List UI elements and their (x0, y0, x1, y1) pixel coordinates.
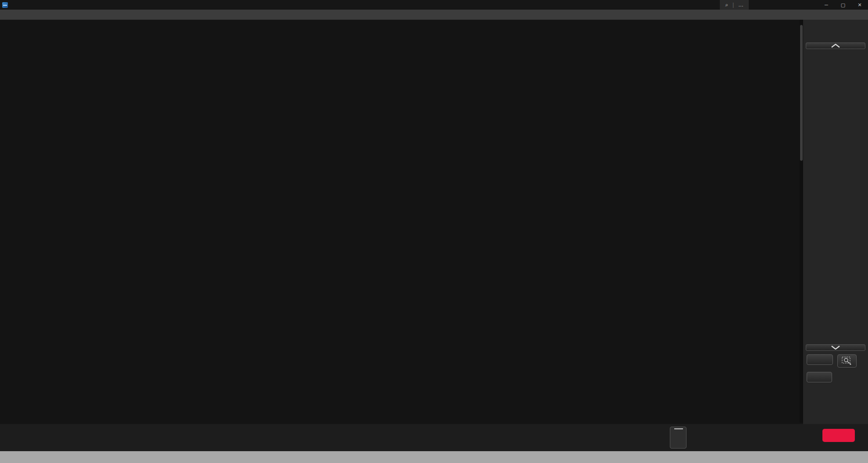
zoom-select-icon (842, 357, 852, 365)
add-new-ref-button[interactable] (670, 427, 687, 449)
close-button[interactable]: ✕ (851, 2, 868, 8)
add-new-heading (803, 30, 868, 39)
waveform-views-column (0, 20, 266, 423)
main-workspace (0, 20, 868, 424)
app-icon (2, 2, 8, 8)
scroll-down-button[interactable] (806, 344, 865, 351)
measurement-list (805, 51, 866, 343)
maximize-button[interactable]: ▢ (835, 2, 851, 8)
more-options-icon[interactable]: … (738, 2, 743, 8)
window-controls: ─ ▢ ✕ (818, 0, 868, 10)
menu-bar (0, 10, 868, 20)
search-zoom-icon[interactable]: ⌕ (725, 2, 728, 8)
bottom-status-bar (0, 424, 868, 451)
autoset-button[interactable] (807, 372, 832, 382)
zoom-select-button[interactable] (837, 354, 857, 368)
stopped-button[interactable] (822, 429, 855, 442)
chevron-up-icon (831, 44, 840, 48)
minimize-button[interactable]: ─ (818, 2, 835, 7)
titlebar-tools: ⌕ | … (720, 0, 749, 10)
equalized-eye-column (533, 20, 799, 423)
clear-button[interactable] (807, 354, 833, 365)
desktop-strip (0, 451, 868, 463)
raw-eye-column (267, 20, 532, 423)
tsovu-application-window: ⌕ | … ─ ▢ ✕ (0, 0, 868, 463)
tektronix-logo (803, 20, 868, 30)
title-bar: ⌕ | … ─ ▢ ✕ (0, 0, 868, 10)
chevron-down-icon (831, 346, 840, 350)
scroll-up-button[interactable] (806, 42, 865, 49)
separator: | (733, 2, 734, 8)
results-panel (803, 20, 868, 424)
panel-scrollbar[interactable] (800, 20, 803, 423)
